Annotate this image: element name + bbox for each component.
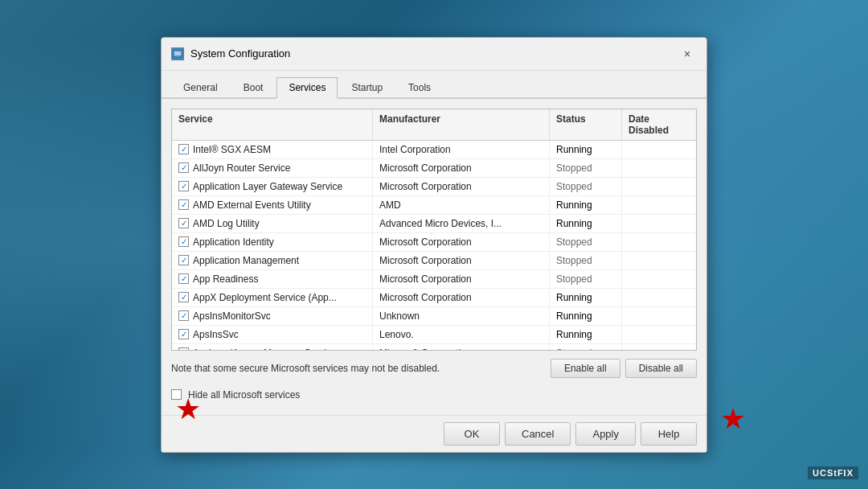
service-name-cell: AssignedAccessManager Service <box>172 344 373 350</box>
status-cell: Running <box>550 307 622 325</box>
row-checkbox[interactable] <box>178 218 189 228</box>
manufacturer-cell: Microsoft Corporation <box>373 159 550 177</box>
date-cell <box>622 289 696 306</box>
service-name-cell: AMD External Events Utility <box>172 196 373 214</box>
hide-ms-row: Hide all Microsoft services <box>171 384 697 405</box>
table-row[interactable]: AssignedAccessManager Service Microsoft … <box>172 344 696 350</box>
status-cell: Running <box>550 326 622 343</box>
star-right-decoration: ★ <box>720 402 746 436</box>
tab-general[interactable]: General <box>171 77 230 97</box>
row-checkbox[interactable] <box>178 162 189 173</box>
service-name-cell: AMD Log Utility <box>172 215 373 232</box>
hide-ms-label: Hide all Microsoft services <box>188 389 300 401</box>
tabs-bar: General Boot Services Startup Tools <box>162 71 706 99</box>
status-cell: Stopped <box>550 270 622 288</box>
service-name-cell: Application Management <box>172 252 373 269</box>
date-cell <box>622 307 696 325</box>
table-header: Service Manufacturer Status Date Disable… <box>172 109 696 141</box>
manufacturer-cell: Microsoft Corporation <box>373 252 550 269</box>
status-cell: Stopped <box>550 252 622 269</box>
manufacturer-cell: Intel Corporation <box>373 141 550 158</box>
status-cell: Running <box>550 215 622 232</box>
table-row[interactable]: Application Identity Microsoft Corporati… <box>172 233 696 252</box>
row-checkbox[interactable] <box>178 310 189 321</box>
table-row[interactable]: AppX Deployment Service (App... Microsof… <box>172 289 696 307</box>
enable-all-button[interactable]: Enable all <box>551 359 620 378</box>
table-row[interactable]: ApsInsSvc Lenovo. Running <box>172 326 696 344</box>
row-checkbox[interactable] <box>178 273 189 284</box>
table-row[interactable]: App Readiness Microsoft Corporation Stop… <box>172 270 696 289</box>
status-cell: Running <box>550 289 622 306</box>
note-line: Note that some secure Microsoft services… <box>171 359 697 378</box>
cancel-button[interactable]: Cancel <box>505 422 571 446</box>
manufacturer-cell: Lenovo. <box>373 326 550 343</box>
help-button[interactable]: Help <box>641 422 697 446</box>
col-date: Date Disabled <box>622 109 696 140</box>
enable-disable-group: Enable all Disable all <box>551 359 697 378</box>
svg-rect-1 <box>174 51 181 55</box>
date-cell <box>622 344 696 350</box>
tab-tools[interactable]: Tools <box>396 77 443 97</box>
table-row[interactable]: Intel® SGX AESM Intel Corporation Runnin… <box>172 141 696 159</box>
manufacturer-cell: Unknown <box>373 307 550 325</box>
service-name-cell: Intel® SGX AESM <box>172 141 373 158</box>
table-row[interactable]: AMD Log Utility Advanced Micro Devices, … <box>172 215 696 233</box>
row-checkbox[interactable] <box>178 255 189 265</box>
watermark: UCStFIX <box>808 466 858 479</box>
table-row[interactable]: ApsInsMonitorSvc Unknown Running <box>172 307 696 326</box>
content-area: Service Manufacturer Status Date Disable… <box>162 99 706 415</box>
row-checkbox[interactable] <box>178 144 189 154</box>
disable-all-button[interactable]: Disable all <box>625 359 697 378</box>
row-checkbox[interactable] <box>178 292 189 302</box>
status-cell: Stopped <box>550 233 622 251</box>
date-cell <box>622 178 696 195</box>
status-cell: Running <box>550 141 622 158</box>
services-table: Service Manufacturer Status Date Disable… <box>171 109 697 351</box>
col-status: Status <box>550 109 622 140</box>
table-body[interactable]: Intel® SGX AESM Intel Corporation Runnin… <box>172 141 696 350</box>
date-cell <box>622 215 696 232</box>
tab-boot[interactable]: Boot <box>231 77 276 97</box>
table-row[interactable]: AllJoyn Router Service Microsoft Corpora… <box>172 159 696 178</box>
manufacturer-cell: Microsoft Corporation <box>373 178 550 195</box>
col-manufacturer: Manufacturer <box>373 109 550 140</box>
ok-button[interactable]: OK <box>444 422 500 446</box>
date-cell <box>622 141 696 158</box>
table-row[interactable]: Application Layer Gateway Service Micros… <box>172 178 696 196</box>
date-cell <box>622 233 696 251</box>
table-row[interactable]: Application Management Microsoft Corpora… <box>172 252 696 270</box>
service-name-cell: AllJoyn Router Service <box>172 159 373 177</box>
table-row[interactable]: AMD External Events Utility AMD Running <box>172 196 696 215</box>
tab-startup[interactable]: Startup <box>339 77 395 97</box>
row-checkbox[interactable] <box>178 236 189 247</box>
date-cell <box>622 159 696 177</box>
tab-services[interactable]: Services <box>276 77 338 99</box>
row-checkbox[interactable] <box>178 329 189 339</box>
status-cell: Running <box>550 196 622 214</box>
row-checkbox[interactable] <box>178 199 189 210</box>
date-cell <box>622 252 696 269</box>
row-checkbox[interactable] <box>178 347 189 350</box>
apply-button[interactable]: Apply <box>575 422 636 446</box>
manufacturer-cell: Microsoft Corporation <box>373 289 550 306</box>
row-checkbox[interactable] <box>178 181 189 191</box>
note-text: Note that some secure Microsoft services… <box>171 363 440 374</box>
service-name-cell: Application Layer Gateway Service <box>172 178 373 195</box>
title-bar: System Configuration × <box>162 38 706 71</box>
manufacturer-cell: Microsoft Corporation <box>373 344 550 350</box>
hide-ms-checkbox[interactable] <box>171 389 182 400</box>
col-service: Service <box>172 109 373 140</box>
bottom-buttons: OK Cancel Apply Help <box>162 415 706 452</box>
system-config-dialog: System Configuration × General Boot Serv… <box>161 37 707 453</box>
service-name-cell: Application Identity <box>172 233 373 251</box>
manufacturer-cell: Microsoft Corporation <box>373 233 550 251</box>
service-name-cell: ApsInsSvc <box>172 326 373 343</box>
app-icon <box>171 47 184 60</box>
status-cell: Stopped <box>550 159 622 177</box>
service-name-cell: App Readiness <box>172 270 373 288</box>
close-button[interactable]: × <box>678 44 697 64</box>
date-cell <box>622 196 696 214</box>
title-bar-left: System Configuration <box>171 47 290 60</box>
status-cell: Stopped <box>550 344 622 350</box>
status-cell: Stopped <box>550 178 622 195</box>
